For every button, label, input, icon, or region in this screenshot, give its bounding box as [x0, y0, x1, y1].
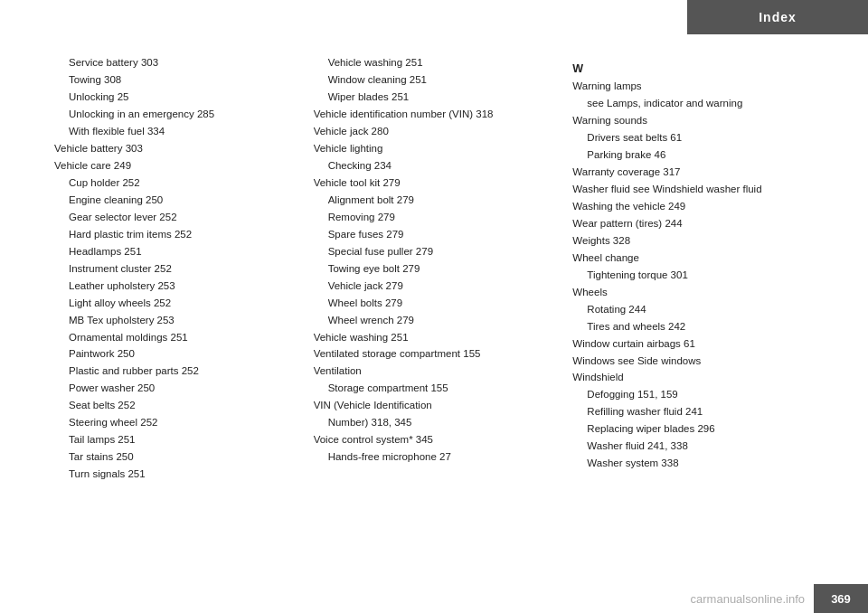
- list-item: Window cleaning 251: [314, 71, 555, 89]
- list-item: Light alloy wheels 252: [54, 295, 296, 312]
- list-item: Refilling washer fluid 241: [572, 403, 814, 420]
- list-item: Hands-free microphone 27: [314, 448, 555, 466]
- list-item: Leather upholstery 253: [54, 278, 296, 295]
- list-item: Tar stains 250: [54, 448, 296, 466]
- page-number: 369: [831, 592, 851, 606]
- list-item: MB Tex upholstery 253: [54, 312, 296, 329]
- list-item: Ventilated storage compartment 155: [314, 345, 555, 363]
- list-item: Vehicle jack 279: [314, 278, 555, 295]
- list-item: Weights 328: [572, 232, 814, 250]
- list-item: Warranty coverage 317: [572, 164, 814, 181]
- list-item: Vehicle washing 251: [314, 54, 555, 71]
- list-item: Vehicle jack 280: [314, 123, 555, 140]
- list-item: Alignment bolt 279: [314, 192, 555, 209]
- list-item: Spare fuses 279: [314, 226, 555, 243]
- list-item: Wheel change: [572, 250, 814, 267]
- list-item: Vehicle washing 251: [314, 329, 555, 346]
- list-item: Cup holder 252: [54, 174, 296, 192]
- watermark: carmanualsonline.info: [691, 592, 805, 606]
- list-item: Unlocking in an emergency 285: [54, 106, 296, 123]
- list-item: Windows see Side windows: [572, 353, 814, 370]
- list-item: Gear selector lever 252: [54, 209, 296, 226]
- list-item: VIN (Vehicle Identification: [314, 397, 555, 414]
- list-item: Wear pattern (tires) 244: [572, 215, 814, 232]
- list-item: Warning sounds: [572, 112, 814, 129]
- list-item: Washer fluid see Windshield washer fluid: [572, 181, 814, 198]
- list-item: Warning lamps: [572, 78, 814, 95]
- list-item: Headlamps 251: [54, 243, 296, 260]
- header-title: Index: [759, 10, 797, 24]
- list-item: Engine cleaning 250: [54, 192, 296, 209]
- list-item: Number) 318, 345: [314, 414, 555, 431]
- list-item: see Lamps, indicator and warning: [572, 95, 814, 112]
- list-item: Steering wheel 252: [54, 414, 296, 431]
- list-item: Vehicle lighting: [314, 140, 555, 157]
- list-item: Tires and wheels 242: [572, 318, 814, 335]
- page-number-bar: 369: [814, 584, 868, 613]
- list-item: Tail lamps 251: [54, 431, 296, 448]
- list-item: Turn signals 251: [54, 466, 296, 483]
- column-1: Service battery 303Towing 308Unlocking 2…: [54, 54, 314, 559]
- list-item: Plastic and rubber parts 252: [54, 363, 296, 380]
- index-header: Index: [687, 0, 868, 34]
- list-item: Checking 234: [314, 157, 555, 174]
- list-item: W: [572, 60, 814, 78]
- column-2: Vehicle washing 251Window cleaning 251Wi…: [314, 54, 573, 559]
- list-item: Seat belts 252: [54, 397, 296, 414]
- list-item: Removing 279: [314, 209, 555, 226]
- list-item: Tightening torque 301: [572, 267, 814, 284]
- list-item: Wheel bolts 279: [314, 295, 555, 312]
- list-item: Ventilation: [314, 363, 555, 380]
- list-item: Vehicle identification number (VIN) 318: [314, 106, 555, 123]
- list-item: Parking brake 46: [572, 146, 814, 164]
- list-item: Vehicle care 249: [54, 157, 296, 174]
- list-item: Instrument cluster 252: [54, 260, 296, 278]
- list-item: Wheels: [572, 284, 814, 301]
- list-item: Paintwork 250: [54, 345, 296, 363]
- list-item: Ornamental moldings 251: [54, 329, 296, 346]
- list-item: Windshield: [572, 369, 814, 386]
- list-item: Special fuse puller 279: [314, 243, 555, 260]
- list-item: Wiper blades 251: [314, 89, 555, 106]
- list-item: Storage compartment 155: [314, 380, 555, 397]
- list-item: Wheel wrench 279: [314, 312, 555, 329]
- list-item: Towing eye bolt 279: [314, 260, 555, 278]
- list-item: Vehicle tool kit 279: [314, 174, 555, 192]
- list-item: Rotating 244: [572, 301, 814, 318]
- list-item: Towing 308: [54, 71, 296, 89]
- list-item: Washer system 338: [572, 455, 814, 472]
- column-3: WWarning lampssee Lamps, indicator and w…: [572, 54, 814, 559]
- index-content: Service battery 303Towing 308Unlocking 2…: [54, 54, 814, 559]
- list-item: Unlocking 25: [54, 89, 296, 106]
- list-item: With flexible fuel 334: [54, 123, 296, 140]
- list-item: Drivers seat belts 61: [572, 129, 814, 146]
- list-item: Power washer 250: [54, 380, 296, 397]
- list-item: Window curtain airbags 61: [572, 335, 814, 353]
- list-item: Hard plastic trim items 252: [54, 226, 296, 243]
- list-item: Washing the vehicle 249: [572, 198, 814, 215]
- list-item: Vehicle battery 303: [54, 140, 296, 157]
- list-item: Voice control system* 345: [314, 431, 555, 448]
- list-item: Washer fluid 241, 338: [572, 438, 814, 455]
- list-item: Service battery 303: [54, 54, 296, 71]
- list-item: Replacing wiper blades 296: [572, 420, 814, 438]
- list-item: Defogging 151, 159: [572, 386, 814, 403]
